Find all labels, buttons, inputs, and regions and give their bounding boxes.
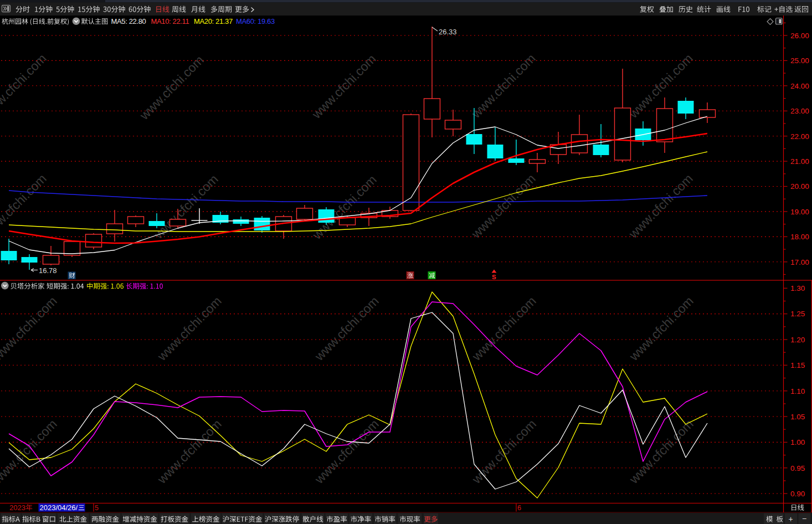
svg-text:1.00: 1.00: [790, 438, 805, 446]
svg-text:1.15: 1.15: [790, 361, 805, 369]
svg-text:MA60: 19.63: MA60: 19.63: [236, 17, 275, 25]
svg-text:0.95: 0.95: [790, 464, 805, 472]
svg-text:22.00: 22.00: [790, 132, 809, 141]
svg-text:23.00: 23.00: [790, 107, 809, 115]
svg-text:24.00: 24.00: [790, 82, 809, 90]
svg-text:MA10: 22.11: MA10: 22.11: [151, 17, 189, 25]
svg-text:1.25: 1.25: [790, 310, 805, 318]
svg-text:25.00: 25.00: [790, 56, 809, 65]
svg-text:26.00: 26.00: [790, 32, 809, 40]
svg-text:26.33: 26.33: [439, 28, 457, 36]
svg-text:S: S: [492, 274, 496, 280]
svg-text:−: −: [802, 514, 806, 523]
svg-text:6: 6: [517, 504, 521, 512]
svg-text:0.90: 0.90: [790, 490, 805, 498]
svg-text:MA20: 21.37: MA20: 21.37: [194, 17, 233, 25]
svg-text:1.10: 1.10: [790, 387, 805, 395]
svg-text:19.00: 19.00: [790, 208, 809, 216]
svg-text:+: +: [789, 515, 793, 523]
svg-text:5: 5: [95, 504, 99, 512]
svg-text:20.00: 20.00: [790, 182, 809, 191]
svg-text:MA5: 22.80: MA5: 22.80: [111, 17, 146, 25]
svg-text:21.00: 21.00: [790, 157, 809, 166]
svg-text:18.00: 18.00: [790, 233, 809, 241]
svg-text:17.00: 17.00: [790, 258, 809, 266]
svg-text:16.78: 16.78: [39, 266, 57, 275]
svg-text:1.20: 1.20: [790, 336, 805, 344]
svg-text:2023: 2023: [9, 504, 25, 512]
svg-text:1.30: 1.30: [790, 284, 805, 292]
svg-text:1.05: 1.05: [790, 413, 805, 421]
svg-text:2023/04/26/: 2023/04/26/: [40, 504, 78, 512]
